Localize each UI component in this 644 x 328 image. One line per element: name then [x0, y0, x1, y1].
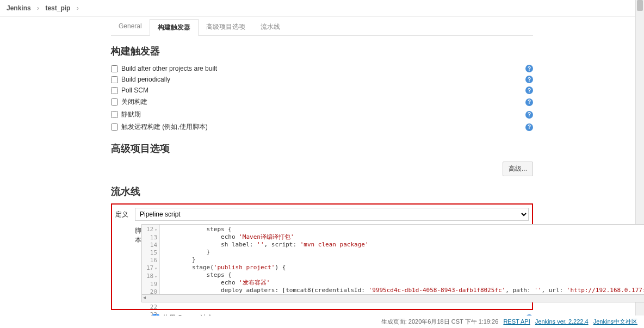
checkbox-quiet[interactable]: [111, 111, 118, 118]
section-title-pipeline: 流水线: [111, 185, 533, 198]
help-icon[interactable]: ?: [525, 86, 533, 94]
help-icon[interactable]: ?: [525, 98, 533, 106]
code-area[interactable]: steps { echo 'Maven译编译打包' sh label: '', …: [160, 225, 644, 294]
breadcrumb: Jenkins › test_pip ›: [0, 0, 644, 17]
checkbox-periodic[interactable]: [111, 76, 118, 83]
footer-version-link[interactable]: Jenkins ver. 2.222.4: [535, 318, 589, 325]
tab-advanced[interactable]: 高级项目选项: [199, 19, 253, 35]
footer: 生成页面: 2020年6月18日 CST 下午 1:19:26 REST API…: [0, 315, 644, 328]
label-build-after: Build after other projects are built: [121, 65, 525, 72]
script-editor[interactable]: 1213141516171819202122232425 steps { ech…: [141, 224, 644, 295]
chevron-right-icon: ›: [77, 4, 79, 12]
footer-community-link[interactable]: Jenkins中文社区: [593, 318, 637, 325]
advanced-button[interactable]: 高级...: [503, 162, 533, 176]
checkbox-remote[interactable]: [111, 123, 118, 131]
tab-general[interactable]: General: [111, 19, 150, 35]
help-icon[interactable]: ?: [525, 123, 533, 131]
label-quiet: 静默期: [121, 110, 525, 119]
line-gutter: 1213141516171819202122232425: [142, 225, 160, 294]
help-icon[interactable]: ?: [525, 76, 533, 83]
config-tabs: General 构建触发器 高级项目选项 流水线: [111, 19, 533, 36]
label-script: 脚本: [115, 224, 141, 245]
section-title-advanced: 高级项目选项: [111, 142, 533, 155]
checkbox-poll-scm[interactable]: [111, 87, 118, 94]
tab-pipeline[interactable]: 流水线: [253, 19, 288, 35]
chevron-right-icon: ›: [37, 4, 39, 12]
help-icon[interactable]: ?: [525, 65, 533, 72]
definition-select[interactable]: Pipeline script: [135, 208, 529, 221]
breadcrumb-root[interactable]: Jenkins: [7, 4, 31, 12]
help-icon[interactable]: ?: [525, 111, 533, 119]
label-close-build: 关闭构建: [121, 97, 525, 107]
checkbox-close-build[interactable]: [111, 98, 118, 106]
label-definition: 定义: [115, 208, 135, 219]
breadcrumb-item[interactable]: test_pip: [45, 4, 70, 12]
pipeline-highlight-box: 定义 Pipeline script 脚本 121314151617181920…: [111, 203, 533, 310]
tab-triggers[interactable]: 构建触发器: [150, 19, 199, 36]
label-remote: 触发远程构建 (例如,使用脚本): [121, 122, 525, 132]
footer-rest-api-link[interactable]: REST API: [503, 318, 530, 325]
label-poll-scm: Poll SCM: [121, 86, 525, 94]
section-title-triggers: 构建触发器: [111, 45, 533, 58]
label-periodic: Build periodically: [121, 76, 525, 83]
editor-scrollbar-horizontal[interactable]: [141, 295, 644, 302]
checkbox-build-after[interactable]: [111, 65, 118, 72]
footer-timestamp: 生成页面: 2020年6月18日 CST 下午 1:19:26: [381, 318, 499, 325]
